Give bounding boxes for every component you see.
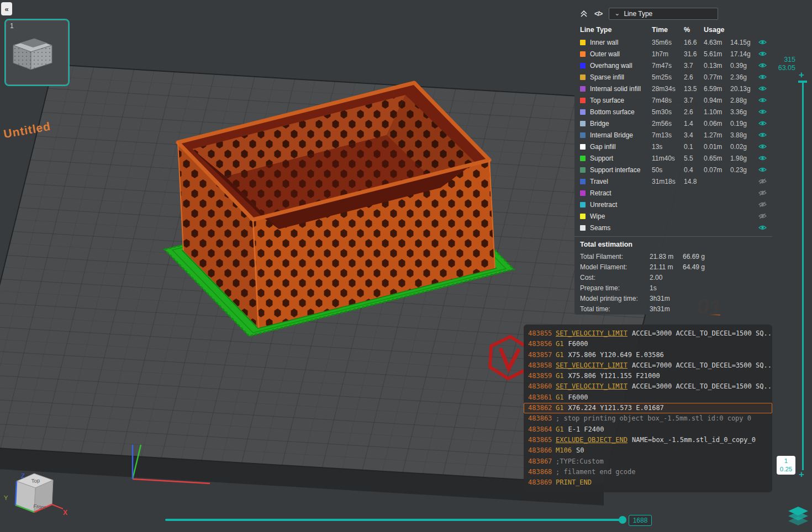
plate-thumbnail[interactable]: 1 bbox=[4, 19, 70, 86]
line-type-length: 0.01m bbox=[704, 143, 730, 151]
line-type-label: Wipe bbox=[590, 212, 652, 220]
line-type-time: 50s bbox=[652, 166, 684, 174]
line-type-weight: 2.88g bbox=[730, 97, 758, 104]
total-estimation-row: Model Filament:21.11 m64.49 g bbox=[574, 262, 772, 272]
gcode-line-number: 483863 bbox=[528, 413, 556, 424]
sidebar-collapse-button[interactable]: « bbox=[1, 2, 12, 15]
gcode-viewer-panel[interactable]: 483855SET_VELOCITY_LIMITACCEL=3000 ACCEL… bbox=[524, 324, 772, 492]
visibility-eye-icon[interactable] bbox=[758, 143, 767, 150]
visibility-eye-icon[interactable] bbox=[758, 120, 767, 126]
visibility-eye-icon[interactable] bbox=[758, 51, 767, 57]
col-usage: Usage bbox=[704, 26, 767, 34]
visibility-eye-icon[interactable] bbox=[758, 225, 767, 231]
line-type-color-chip bbox=[580, 179, 586, 184]
add-layer-change-bottom-button[interactable]: + bbox=[799, 469, 804, 480]
gcode-line-number: 483857 bbox=[528, 350, 556, 360]
visibility-eye-icon[interactable] bbox=[758, 39, 767, 45]
layer-slider-top-labels: 315 63.05 bbox=[772, 56, 795, 72]
visibility-eye-icon[interactable] bbox=[758, 155, 767, 161]
legend-table-header: Line Type Time % Usage bbox=[574, 22, 772, 36]
gcode-line-selected[interactable]: 483862G1X76.224 Y121.573 E.01687 bbox=[524, 403, 772, 413]
gcode-line[interactable]: 483868; filament end gcode bbox=[524, 467, 772, 477]
view-type-dropdown[interactable]: ⌄ Line Type bbox=[609, 8, 718, 20]
line-type-color-chip bbox=[580, 156, 586, 161]
gcode-line[interactable]: 483858SET_VELOCITY_LIMITACCEL=7000 ACCEL… bbox=[524, 360, 772, 371]
move-slider-track[interactable] bbox=[165, 519, 624, 521]
gcode-line[interactable]: 483856G1F6000 bbox=[524, 339, 772, 349]
visibility-eye-icon[interactable] bbox=[758, 132, 767, 138]
gcode-params: ; filament end gcode bbox=[556, 467, 636, 477]
line-type-color-chip bbox=[580, 63, 586, 68]
total-label: Prepare time: bbox=[580, 284, 650, 292]
view-type-value: Line Type bbox=[624, 10, 652, 18]
visibility-eye-icon[interactable] bbox=[758, 109, 767, 115]
gcode-line-number: 483856 bbox=[528, 339, 556, 349]
gcode-command: G1 bbox=[556, 339, 563, 349]
visibility-eye-icon[interactable] bbox=[758, 97, 767, 103]
line-type-weight: 3.36g bbox=[730, 108, 758, 116]
line-type-length: 0.13m bbox=[704, 62, 730, 70]
gcode-command: G1 bbox=[556, 403, 563, 413]
line-type-label: Seams bbox=[590, 224, 652, 232]
gcode-command: G1 bbox=[556, 350, 563, 360]
gcode-line[interactable]: 483855SET_VELOCITY_LIMITACCEL=3000 ACCEL… bbox=[524, 328, 772, 339]
visibility-eye-icon[interactable] bbox=[758, 62, 767, 68]
col-time: Time bbox=[652, 26, 684, 34]
visibility-eye-icon[interactable] bbox=[758, 74, 767, 80]
layer-slider-track[interactable] bbox=[802, 82, 804, 470]
visibility-eye-icon[interactable] bbox=[758, 167, 767, 173]
move-slider-value: 1688 bbox=[629, 515, 652, 526]
total-estimation-row: Prepare time:1s bbox=[574, 283, 772, 293]
line-type-percent: 3.7 bbox=[684, 62, 704, 70]
gcode-window-icon[interactable]: </> bbox=[594, 10, 602, 18]
line-type-row: Outer wall1h7m31.65.61m17.14g bbox=[574, 48, 772, 60]
visibility-eye-icon[interactable] bbox=[758, 213, 767, 219]
gcode-line[interactable]: 483867;TYPE:Custom bbox=[524, 456, 772, 467]
gcode-line[interactable]: 483863; stop printing object box_-1.5mm.… bbox=[524, 413, 772, 424]
panel-collapse-icon[interactable] bbox=[580, 10, 588, 18]
gcode-line[interactable]: 483866M106S0 bbox=[524, 445, 772, 456]
gcode-line[interactable]: 483857G1X75.806 Y120.649 E.03586 bbox=[524, 350, 772, 360]
visibility-eye-icon[interactable] bbox=[758, 86, 767, 92]
gcode-command: SET_VELOCITY_LIMIT bbox=[556, 381, 628, 392]
z-axis-label: Z bbox=[21, 472, 25, 479]
line-type-label: Internal Bridge bbox=[590, 131, 652, 139]
line-type-panel: </> ⌄ Line Type Line Type Time % Usage I… bbox=[574, 2, 772, 315]
collapse-chevrons-icon: « bbox=[4, 5, 8, 13]
gcode-line-number: 483861 bbox=[528, 392, 556, 403]
line-type-weight: 17.14g bbox=[730, 50, 758, 58]
gcode-line[interactable]: 483859G1X75.806 Y121.155 F21000 bbox=[524, 371, 772, 381]
gcode-params: NAME=box_-1.5mm.stl_id_0_copy_0 bbox=[632, 435, 756, 445]
line-type-label: Support bbox=[590, 155, 652, 162]
line-type-row: Internal solid infill28m34s13.56.59m20.1… bbox=[574, 83, 772, 94]
gcode-line[interactable]: 483865EXCLUDE_OBJECT_ENDNAME=box_-1.5mm.… bbox=[524, 435, 772, 445]
gcode-line[interactable]: 483869PRINT_END bbox=[524, 477, 772, 488]
line-type-label: Gap infill bbox=[590, 143, 652, 151]
gcode-params: ;TYPE:Custom bbox=[556, 456, 604, 467]
layers-icon[interactable] bbox=[788, 507, 809, 528]
visibility-eye-icon[interactable] bbox=[758, 190, 767, 196]
line-type-row: Inner wall35m6s16.64.63m14.15g bbox=[574, 36, 772, 48]
col-percent: % bbox=[684, 26, 704, 34]
line-type-color-chip bbox=[580, 132, 586, 138]
gcode-line[interactable]: 483864G1E-1 F2400 bbox=[524, 424, 772, 435]
line-type-length: 5.61m bbox=[704, 50, 730, 58]
top-layer-height: 63.05 bbox=[772, 64, 795, 72]
orientation-cube[interactable]: Top Front X Y Z bbox=[1, 464, 73, 529]
gcode-params: F6000 bbox=[568, 392, 588, 403]
gcode-line[interactable]: 483861G1F6000 bbox=[524, 392, 772, 403]
gcode-line-number: 483865 bbox=[528, 435, 556, 445]
gcode-params: X75.806 Y120.649 E.03586 bbox=[568, 350, 663, 360]
layer-slider-bottom-handle[interactable]: 1 0.25 bbox=[777, 456, 795, 475]
line-type-percent: 2.6 bbox=[684, 108, 704, 116]
visibility-eye-icon[interactable] bbox=[758, 178, 767, 184]
gcode-params: ACCEL=3000 ACCEL_TO_DECEL=1500 SQ... bbox=[632, 381, 772, 392]
add-layer-change-top-button[interactable]: + bbox=[799, 70, 804, 81]
cube-top-label: Top bbox=[31, 477, 40, 484]
visibility-eye-icon[interactable] bbox=[758, 201, 767, 208]
total-value-2: 64.49 g bbox=[683, 263, 767, 271]
total-value-1: 21.11 m bbox=[650, 263, 683, 271]
move-slider-handle[interactable] bbox=[619, 516, 626, 524]
gcode-line[interactable]: 483860SET_VELOCITY_LIMITACCEL=3000 ACCEL… bbox=[524, 381, 772, 392]
line-type-color-chip bbox=[580, 98, 586, 103]
